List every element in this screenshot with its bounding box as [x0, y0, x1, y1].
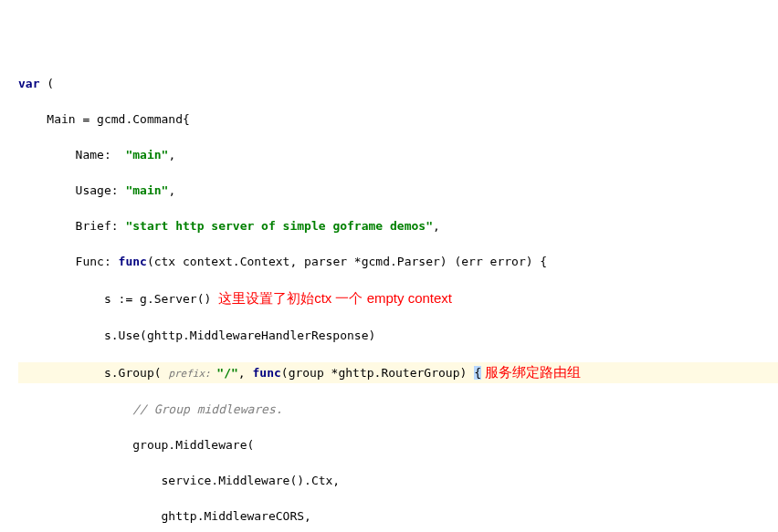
annotation-text: 服务绑定路由组: [481, 364, 581, 380]
code-text: service.Middleware().Ctx,: [18, 474, 340, 487]
code-text: s.Use(ghttp.MiddlewareHandlerResponse): [18, 329, 375, 342]
keyword-func: func: [253, 366, 281, 380]
code-text: ,: [238, 366, 253, 380]
code-line[interactable]: group.Middleware(: [18, 436, 778, 454]
code-line[interactable]: Main = gcmd.Command{: [18, 110, 778, 129]
code-line[interactable]: service.Middleware().Ctx,: [18, 472, 778, 490]
code-line[interactable]: // Group middlewares.: [18, 401, 778, 419]
code-text: ,: [433, 219, 440, 233]
keyword-var: var: [18, 77, 39, 90]
code-text: s := g.Server(): [18, 292, 218, 306]
code-text: ,: [168, 183, 175, 197]
string-literal: "/": [216, 366, 237, 380]
code-text: (group *ghttp.RouterGroup): [281, 366, 474, 380]
string-literal: "main": [125, 183, 168, 197]
code-text: Brief:: [18, 219, 125, 233]
code-text: s.Group(: [18, 366, 168, 380]
code-line[interactable]: Func: func(ctx context.Context, parser *…: [18, 253, 778, 271]
code-line[interactable]: Usage: "main",: [18, 182, 778, 200]
string-literal: "start http server of simple goframe dem…: [125, 219, 433, 233]
code-line-highlighted[interactable]: s.Group( prefix: "/", func(group *ghttp.…: [18, 362, 778, 383]
code-text: group.Middleware(: [18, 438, 254, 452]
code-text: (ctx context.Context, parser *gcmd.Parse…: [147, 255, 547, 268]
keyword-func: func: [119, 255, 147, 268]
code-text: Func:: [18, 255, 119, 268]
code-line[interactable]: Name: "main",: [18, 146, 778, 164]
code-line[interactable]: ghttp.MiddlewareCORS,: [18, 507, 778, 526]
annotation-text: 这里设置了初始ctx 一个 empty context: [218, 290, 452, 306]
string-literal: "main": [125, 148, 168, 162]
code-line[interactable]: s := g.Server() 这里设置了初始ctx 一个 empty cont…: [18, 288, 778, 309]
code-text: Usage:: [18, 183, 125, 197]
code-line[interactable]: var (: [18, 75, 778, 93]
code-line[interactable]: s.Use(ghttp.MiddlewareHandlerResponse): [18, 327, 778, 345]
matched-brace: {: [474, 366, 481, 380]
param-hint: prefix:: [168, 368, 216, 380]
code-line[interactable]: Brief: "start http server of simple gofr…: [18, 217, 778, 235]
code-text: ghttp.MiddlewareCORS,: [18, 509, 311, 523]
code-text: Main = gcmd.Command{: [18, 112, 190, 126]
code-text: Name:: [18, 148, 125, 162]
comment: // Group middlewares.: [132, 402, 282, 416]
code-text: ,: [168, 148, 175, 162]
code-text: (: [39, 77, 54, 90]
